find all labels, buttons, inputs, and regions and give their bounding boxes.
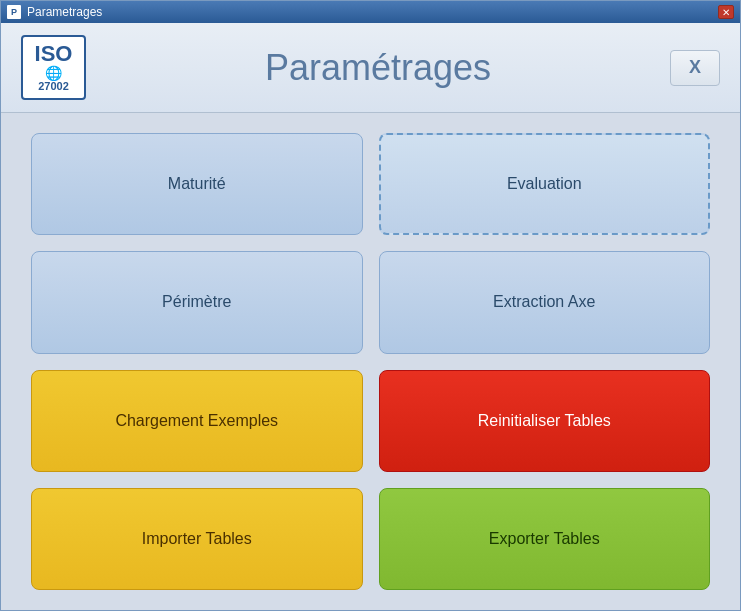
page-title: Paramétrages bbox=[86, 47, 670, 89]
iso-logo: ISO 🌐 27002 bbox=[21, 35, 86, 100]
maturite-button[interactable]: Maturité bbox=[31, 133, 363, 235]
main-window: P Parametrages ✕ ISO 🌐 27002 Paramétrage… bbox=[0, 0, 741, 611]
chargement-exemples-button[interactable]: Chargement Exemples bbox=[31, 370, 363, 472]
perimetre-button[interactable]: Périmètre bbox=[31, 251, 363, 353]
exporter-tables-button[interactable]: Exporter Tables bbox=[379, 488, 711, 590]
iso-number: 27002 bbox=[38, 81, 69, 92]
title-bar-close-button[interactable]: ✕ bbox=[718, 5, 734, 19]
reinitialiser-tables-button[interactable]: Reinitialiser Tables bbox=[379, 370, 711, 472]
button-grid: Maturité Evaluation Périmètre Extraction… bbox=[1, 113, 740, 610]
header: ISO 🌐 27002 Paramétrages X bbox=[1, 23, 740, 113]
title-bar: P Parametrages ✕ bbox=[1, 1, 740, 23]
evaluation-button[interactable]: Evaluation bbox=[379, 133, 711, 235]
importer-tables-button[interactable]: Importer Tables bbox=[31, 488, 363, 590]
header-close-button[interactable]: X bbox=[670, 50, 720, 86]
iso-text: ISO bbox=[35, 43, 73, 65]
title-bar-text: Parametrages bbox=[27, 5, 712, 19]
extraction-axe-button[interactable]: Extraction Axe bbox=[379, 251, 711, 353]
iso-globe-icon: 🌐 bbox=[45, 65, 62, 81]
title-bar-icon: P bbox=[7, 5, 21, 19]
